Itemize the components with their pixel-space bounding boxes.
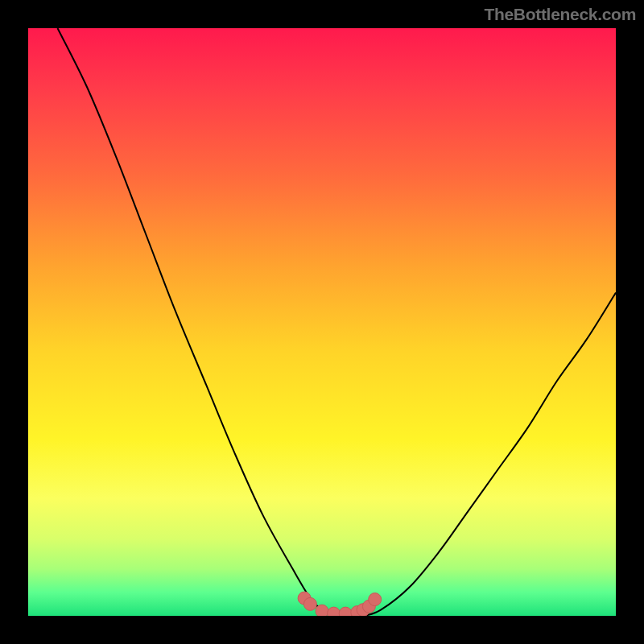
bottleneck-marker: [303, 597, 316, 610]
bottleneck-markers-group: [298, 592, 382, 616]
bottleneck-marker: [328, 607, 341, 616]
bottleneck-marker: [339, 607, 352, 616]
bottleneck-marker: [316, 605, 328, 616]
bottleneck-curve-path: [58, 28, 617, 616]
curve-layer: [28, 28, 616, 616]
plot-area: [28, 28, 616, 616]
bottleneck-marker: [369, 593, 382, 606]
watermark-text: TheBottleneck.com: [484, 5, 636, 24]
chart-frame: TheBottleneck.com: [0, 0, 644, 644]
